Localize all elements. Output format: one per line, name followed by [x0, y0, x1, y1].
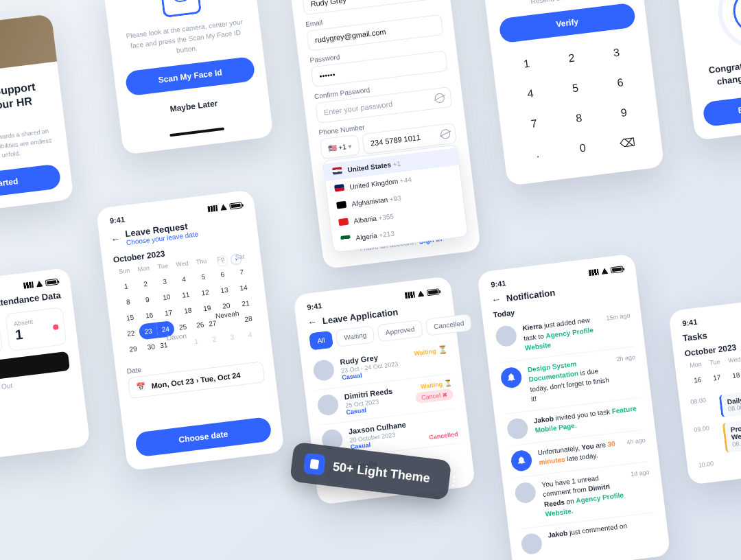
absent-card: Absent 1	[5, 307, 67, 351]
theme-icon	[303, 453, 326, 476]
home-indicator	[169, 128, 224, 137]
faceid-screen: Please look at the camera, center your f…	[103, 0, 273, 155]
key-dot[interactable]: .	[513, 136, 562, 172]
country-dropdown: United States +1 United Kingdom +44 Afgh…	[322, 144, 469, 253]
back-to-signin-button[interactable]: Back to Sign in	[702, 87, 741, 128]
bell-icon	[499, 366, 522, 388]
calendar-icon: 📅	[136, 382, 146, 392]
key-backspace[interactable]: ⌫	[603, 125, 652, 161]
back-icon[interactable]: ←	[110, 233, 121, 245]
get-started-button[interactable]: Get Started	[0, 163, 62, 204]
filter-waiting[interactable]: Waiting	[336, 325, 375, 347]
verify-screen: We have to sent verification to your mob…	[478, 0, 664, 186]
success-illustration	[714, 0, 741, 53]
attendance-screen: Attendance Data Late 2 Absent 1 Clock In…	[0, 268, 91, 464]
bell-icon	[510, 449, 532, 471]
country-code-select[interactable]: 🇺🇸 +1 ▾	[320, 135, 360, 160]
filter-approved[interactable]: Approved	[377, 320, 423, 342]
signup-screen: Register first to enjoy the service. Ful…	[287, 0, 481, 269]
numeric-keypad: 123 456 789 .0⌫	[502, 35, 652, 172]
onboarding-screen: We're Here to Support You through Your H…	[0, 14, 74, 217]
back-icon[interactable]: ←	[307, 316, 318, 328]
filter-cancelled[interactable]: Cancelled	[425, 314, 473, 336]
leave-request-screen: 9:41 ← Leave RequestChoose your leave da…	[96, 189, 285, 471]
cancel-button[interactable]: Cancel ✖	[415, 388, 454, 404]
tasks-screen: 9:41 Tasks October 2023 MonTueWedThuFriS…	[668, 292, 741, 485]
success-screen: 9:41 Congrats! your passwordchanged succ…	[671, 0, 741, 141]
onboarding-body: Let us take the first step towards a sha…	[0, 126, 57, 170]
filter-all[interactable]: All	[309, 331, 333, 351]
key-0[interactable]: 0	[558, 130, 607, 167]
late-card: Late 2	[0, 315, 3, 360]
choose-date-button[interactable]: Choose date	[134, 417, 272, 458]
onboarding-hero-image	[0, 14, 57, 80]
date-23[interactable]: 23	[139, 323, 158, 340]
back-icon[interactable]: ←	[491, 293, 502, 305]
task-card[interactable]: Daily Scrum08.00 - 09.00	[719, 382, 741, 418]
notification-screen: 9:41 ←Notification Today Kierra just add…	[477, 253, 670, 560]
